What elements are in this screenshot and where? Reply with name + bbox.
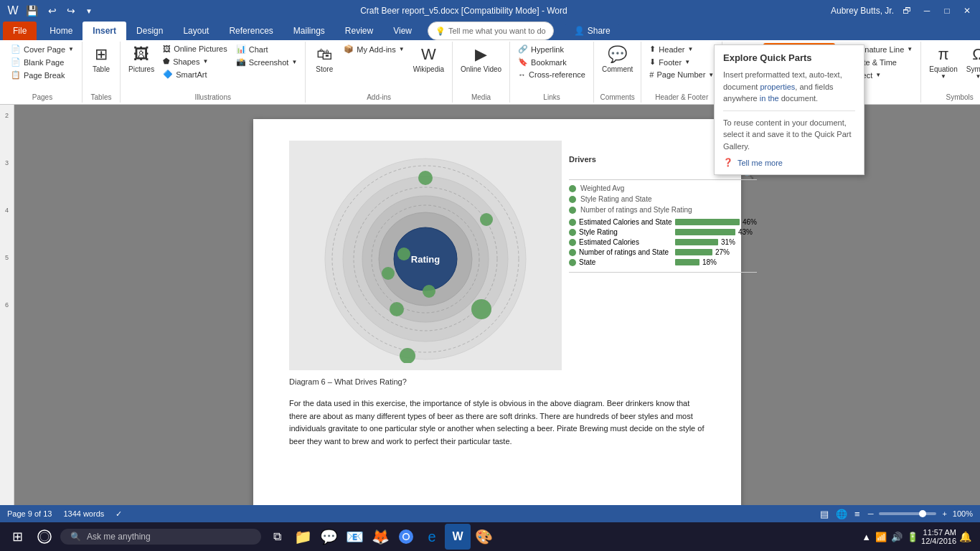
volume-icon[interactable]: 🔊	[891, 532, 903, 542]
cross-ref-btn[interactable]: ↔ Cross-reference	[514, 69, 589, 80]
tab-layout[interactable]: Layout	[173, 22, 219, 40]
tab-view[interactable]: View	[383, 22, 422, 40]
doc-body-text[interactable]: For the data used in this exercise, the …	[289, 397, 705, 448]
undo-btn[interactable]: ↩	[44, 4, 61, 18]
header-btn[interactable]: ⬆ Header ▼	[646, 43, 717, 55]
wikipedia-icon: W	[421, 45, 436, 64]
tab-mailings[interactable]: Mailings	[283, 22, 335, 40]
lightbulb-icon: 💡	[435, 27, 446, 36]
task-view-btn[interactable]: ⧉	[264, 524, 290, 550]
zoom-slider[interactable]	[879, 512, 936, 515]
page-break-btn[interactable]: 📋 Page Break	[7, 69, 77, 81]
equation-icon: π	[938, 45, 948, 64]
zoom-in-icon[interactable]: +	[942, 509, 946, 518]
close-btn[interactable]: ✕	[960, 4, 974, 18]
search-placeholder: Ask me anything	[87, 532, 151, 542]
outline-btn[interactable]: ≡	[852, 508, 862, 520]
store-taskbar-icon: 💬	[320, 528, 338, 545]
group-comments: 💬 Comment Comments	[594, 42, 641, 103]
my-addins-btn[interactable]: 📦 My Add-ins ▼	[340, 43, 407, 55]
symbol-btn[interactable]: Ω Symbol ▼	[963, 43, 980, 82]
mail-btn[interactable]: 📧	[341, 524, 367, 550]
firefox-btn[interactable]: 🦊	[367, 524, 393, 550]
bubble-chart-svg: Rating	[303, 148, 547, 363]
online-pictures-icon: 🖼	[163, 44, 171, 53]
bookmark-btn[interactable]: 🔖 Bookmark	[514, 56, 589, 68]
footer-btn[interactable]: ⬇ Footer ▼	[646, 56, 717, 68]
task-view-icon: ⧉	[273, 530, 281, 543]
save-btn[interactable]: 💾	[22, 4, 42, 18]
blank-page-btn[interactable]: 📄 Blank Page	[7, 56, 77, 68]
screenshot-icon: 📸	[236, 57, 246, 67]
word-taskbar-btn[interactable]: W	[445, 524, 471, 550]
chart-btn[interactable]: 📊 Chart	[232, 43, 301, 55]
notification-icon[interactable]: 🔔	[959, 531, 971, 542]
restore-window-btn[interactable]: 🗗	[900, 4, 914, 18]
screenshot-btn[interactable]: 📸 Screenshot ▼	[232, 56, 301, 68]
store-taskbar-btn[interactable]: 💬	[316, 524, 341, 550]
illustrations-label: Illustrations	[194, 92, 231, 101]
system-tray: ▲ 📶 🔊 🔋	[862, 532, 918, 542]
redo-btn[interactable]: ↪	[62, 4, 80, 18]
equation-btn[interactable]: π Equation ▼	[925, 43, 961, 82]
group-addins: 🛍 Store 📦 My Add-ins ▼ W Wikipedia Add-i…	[306, 42, 453, 103]
online-video-btn[interactable]: ▶ Online Video	[457, 43, 505, 75]
network-icon[interactable]: 📶	[875, 532, 887, 542]
smartart-icon: 🔷	[163, 70, 173, 79]
tab-references[interactable]: References	[219, 22, 283, 40]
comments-label: Comments	[600, 92, 634, 101]
minimize-btn[interactable]: ─	[920, 4, 934, 18]
hyperlink-btn[interactable]: 🔗 Hyperlink	[514, 43, 589, 55]
pages-label: Pages	[32, 92, 52, 101]
svg-point-18	[40, 532, 49, 541]
maximize-btn[interactable]: □	[940, 4, 954, 18]
legend-footer	[569, 272, 757, 273]
cover-page-btn[interactable]: 📄 Cover Page ▼	[7, 43, 77, 55]
edge-icon: e	[428, 529, 435, 545]
file-explorer-btn[interactable]: 📁	[290, 524, 316, 550]
svg-point-21	[404, 534, 409, 540]
view-buttons: ▤ 🌐 ≡	[818, 508, 862, 520]
zoom-level[interactable]: 100%	[953, 509, 973, 518]
legend-dot-7	[569, 259, 576, 266]
tab-review[interactable]: Review	[335, 22, 383, 40]
comment-btn[interactable]: 💬 Comment	[598, 43, 636, 75]
smartart-btn[interactable]: 🔷 SmartArt	[159, 68, 231, 80]
edge-btn[interactable]: e	[419, 524, 445, 550]
group-symbols: π Equation ▼ Ω Symbol ▼ Symbols	[921, 42, 980, 103]
start-button[interactable]: ⊞	[3, 522, 32, 551]
web-layout-btn[interactable]: 🌐	[834, 508, 849, 520]
taskbar-search[interactable]: 🔍 Ask me anything	[60, 529, 261, 545]
customize-qat-btn[interactable]: ▼	[81, 6, 97, 17]
print-layout-btn[interactable]: ▤	[818, 508, 831, 520]
cortana-icon[interactable]	[32, 524, 57, 550]
shapes-btn[interactable]: ⬟ Shapes ▼	[159, 55, 231, 67]
diagram-caption: Diagram 6 – What Drives Rating?	[289, 377, 705, 386]
tell-me-input[interactable]: 💡 Tell me what you want to do	[428, 22, 554, 40]
info-icon: ❓	[723, 158, 733, 167]
time: 11:57 AM	[921, 528, 956, 537]
wikipedia-btn[interactable]: W Wikipedia	[410, 43, 448, 75]
svg-point-13	[423, 285, 435, 298]
store-btn[interactable]: 🛍 Store	[310, 43, 339, 75]
pictures-btn[interactable]: 🖼 Pictures	[125, 43, 158, 75]
chevron-up-icon[interactable]: ▲	[862, 532, 871, 542]
hyperlink-icon: 🔗	[518, 44, 528, 54]
chrome-btn[interactable]	[393, 524, 419, 550]
share-button[interactable]: 👤 Share	[565, 23, 619, 39]
document-page[interactable]: Rating	[253, 119, 741, 517]
paint-btn[interactable]: 🎨	[471, 524, 496, 550]
tell-me-more-link[interactable]: ❓ Tell me more	[723, 158, 855, 167]
video-icon: ▶	[475, 45, 487, 64]
illustrations-col2: 📊 Chart 📸 Screenshot ▼	[232, 43, 301, 68]
online-pictures-btn[interactable]: 🖼 Online Pictures	[159, 43, 231, 55]
zoom-out-icon[interactable]: ─	[868, 509, 874, 518]
tab-insert[interactable]: Insert	[83, 22, 126, 40]
page-number-btn[interactable]: # Page Number ▼	[646, 69, 717, 80]
tab-home[interactable]: Home	[39, 22, 83, 40]
table-btn[interactable]: ⊞ Table	[87, 43, 116, 75]
tab-file[interactable]: File	[3, 22, 37, 40]
tab-design[interactable]: Design	[126, 22, 173, 40]
clock[interactable]: 11:57 AM 12/4/2016	[921, 528, 956, 545]
ruler-numbers: 2 3 4 5 6	[0, 105, 14, 309]
